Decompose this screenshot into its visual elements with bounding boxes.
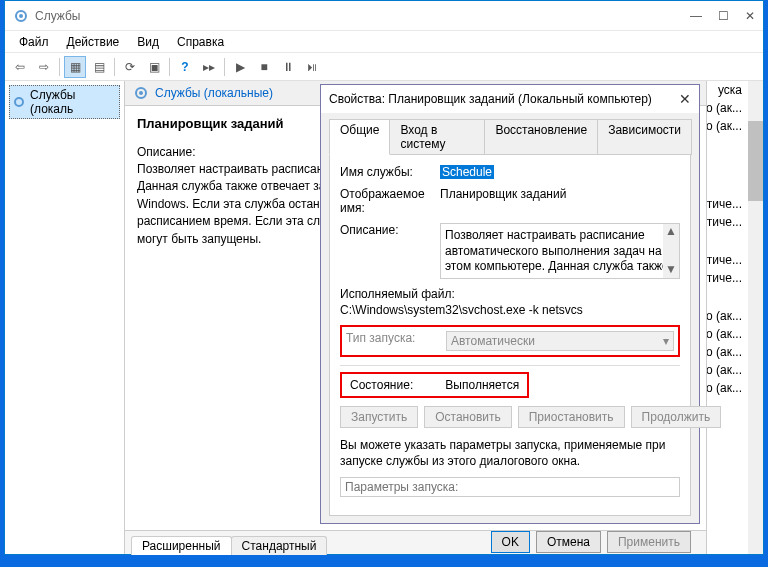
tab-logon[interactable]: Вход в систему: [389, 119, 485, 155]
list-item[interactable]: о (ак...: [707, 307, 748, 325]
tab-standard[interactable]: Стандартный: [231, 536, 328, 555]
service-properties-dialog: Свойства: Планировщик заданий (Локальный…: [320, 84, 700, 524]
dialog-title: Свойства: Планировщик заданий (Локальный…: [329, 92, 679, 106]
maximize-button[interactable]: ☐: [718, 9, 729, 23]
pause-service-button[interactable]: ⏸: [277, 56, 299, 78]
dialog-footer: OK Отмена Применить: [321, 525, 699, 559]
dialog-close-button[interactable]: ✕: [679, 91, 691, 107]
dialog-tabs: Общие Вход в систему Восстановление Зави…: [321, 113, 699, 155]
startup-type-combo[interactable]: Автоматически ▾: [446, 331, 674, 351]
startup-type-label: Тип запуска:: [346, 331, 446, 345]
menu-action[interactable]: Действие: [59, 33, 128, 51]
export-list-button[interactable]: ▤: [88, 56, 110, 78]
svg-point-1: [19, 14, 23, 18]
dialog-description-label: Описание:: [340, 223, 440, 237]
tab-dependencies[interactable]: Зависимости: [597, 119, 692, 155]
tab-extended[interactable]: Расширенный: [131, 536, 232, 555]
executable-label: Исполняемый файл:: [340, 287, 455, 301]
list-item[interactable]: о (ак...: [707, 379, 748, 397]
tab-general[interactable]: Общие: [329, 119, 390, 155]
service-name-label: Имя службы:: [340, 165, 440, 179]
minimize-button[interactable]: —: [690, 9, 702, 23]
dialog-titlebar[interactable]: Свойства: Планировщик заданий (Локальный…: [321, 85, 699, 113]
menu-view[interactable]: Вид: [129, 33, 167, 51]
svg-point-4: [139, 91, 143, 95]
main-titlebar[interactable]: Службы — ☐ ✕: [5, 1, 763, 31]
menu-file[interactable]: Файл: [11, 33, 57, 51]
stop-service-button[interactable]: ■: [253, 56, 275, 78]
toolbar: ⇦ ⇨ ▦ ▤ ⟳ ▣ ? ▸▸ ▶ ■ ⏸ ⏯: [5, 53, 763, 81]
display-name-value: Планировщик заданий: [440, 187, 680, 201]
startup-type-highlight: Тип запуска: Автоматически ▾: [340, 325, 680, 357]
params-hint: Вы можете указать параметры запуска, при…: [340, 438, 680, 469]
service-state-highlight: Состояние: Выполняется: [340, 372, 529, 398]
scrollbar-vertical[interactable]: [748, 81, 763, 554]
startup-type-value: Автоматически: [451, 334, 535, 348]
description-scrollbar[interactable]: ▲▼: [663, 224, 679, 278]
console-tree: Службы (локаль: [5, 81, 125, 554]
list-item[interactable]: о (ак...: [707, 343, 748, 361]
tree-root-label: Службы (локаль: [30, 88, 117, 116]
state-value: Выполняется: [445, 378, 519, 392]
forward-button[interactable]: ⇨: [33, 56, 55, 78]
cancel-button[interactable]: Отмена: [536, 531, 601, 553]
dialog-body: Имя службы: Schedule Отображаемое имя: П…: [329, 154, 691, 516]
service-name-value[interactable]: Schedule: [440, 165, 494, 179]
resume-button[interactable]: Продолжить: [631, 406, 722, 428]
list-item[interactable]: тиче...: [707, 251, 748, 269]
ok-button[interactable]: OK: [491, 531, 530, 553]
list-item[interactable]: о (ак...: [707, 117, 748, 135]
dialog-description-text: Позволяет настраивать расписание автомат…: [445, 228, 669, 279]
properties-button[interactable]: ▣: [143, 56, 165, 78]
menubar: Файл Действие Вид Справка: [5, 31, 763, 53]
svg-point-2: [15, 98, 23, 106]
stop-button[interactable]: Остановить: [424, 406, 512, 428]
back-button[interactable]: ⇦: [9, 56, 31, 78]
list-item[interactable]: тиче...: [707, 213, 748, 231]
show-hide-tree-button[interactable]: ▦: [64, 56, 86, 78]
details-header-label: Службы (локальные): [155, 86, 273, 100]
pause-button[interactable]: Приостановить: [518, 406, 625, 428]
gear-icon: [12, 95, 26, 109]
apply-button[interactable]: Применить: [607, 531, 691, 553]
tree-root-services[interactable]: Службы (локаль: [9, 85, 120, 119]
start-button[interactable]: Запустить: [340, 406, 418, 428]
list-item[interactable]: о (ак...: [707, 361, 748, 379]
main-title: Службы: [35, 9, 690, 23]
refresh-button[interactable]: ⟳: [119, 56, 141, 78]
close-button[interactable]: ✕: [745, 9, 755, 23]
display-name-label: Отображаемое имя:: [340, 187, 440, 215]
list-item[interactable]: тиче...: [707, 269, 748, 287]
executable-path: C:\Windows\system32\svchost.exe -k netsv…: [340, 303, 583, 317]
startup-params-input[interactable]: [340, 477, 680, 497]
toolbar-extra-button[interactable]: ▸▸: [198, 56, 220, 78]
gear-icon: [133, 85, 149, 101]
tab-recovery[interactable]: Восстановление: [484, 119, 598, 155]
list-item[interactable]: тиче...: [707, 195, 748, 213]
menu-help[interactable]: Справка: [169, 33, 232, 51]
dialog-description-box[interactable]: Позволяет настраивать расписание автомат…: [440, 223, 680, 279]
restart-service-button[interactable]: ⏯: [301, 56, 323, 78]
list-item[interactable]: о (ак...: [707, 99, 748, 117]
services-app-icon: [13, 8, 29, 24]
list-item[interactable]: уска: [707, 81, 748, 99]
start-service-button[interactable]: ▶: [229, 56, 251, 78]
state-label: Состояние:: [350, 378, 442, 392]
chevron-down-icon: ▾: [663, 334, 669, 348]
list-item[interactable]: о (ак...: [707, 325, 748, 343]
help-button[interactable]: ?: [174, 56, 196, 78]
